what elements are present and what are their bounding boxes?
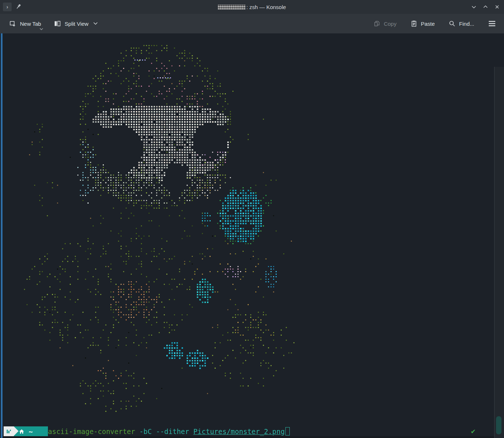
command-part: -bC (139, 427, 152, 435)
home-icon (19, 429, 24, 434)
hamburger-icon (488, 20, 496, 27)
hamburger-menu-button[interactable] (485, 18, 499, 29)
copy-label: Copy (384, 21, 397, 27)
maximize-button[interactable] (482, 4, 489, 10)
powerline-arrow (43, 426, 48, 436)
terminal-cursor (285, 427, 290, 435)
chevron-down-icon[interactable] (40, 28, 43, 30)
command-part: Pictures/monster_2.png (193, 427, 285, 435)
columns-icon (6, 429, 11, 434)
scrollbar-thumb[interactable] (496, 416, 501, 434)
split-view-button[interactable]: Split View (50, 17, 101, 30)
command-part (152, 427, 156, 435)
prompt-os-segment (4, 426, 14, 436)
toolbar: New Tab Split View (0, 14, 504, 34)
command-part (135, 427, 139, 435)
new-tab-button[interactable]: New Tab (6, 17, 44, 30)
scrollbar-track[interactable] (495, 67, 504, 438)
command-part (189, 427, 193, 435)
prompt-dir-label: ~ (29, 427, 33, 435)
titlebar[interactable]: › : zsh — Konsole (0, 0, 504, 14)
paste-button[interactable]: Paste (407, 18, 438, 29)
command-part: --dither (156, 427, 189, 435)
search-icon (448, 20, 456, 27)
chevron-down-icon[interactable] (93, 22, 98, 25)
command-text: ascii-image-converter -bC --dither Pictu… (48, 426, 290, 436)
new-tab-icon (9, 20, 17, 28)
ascii-art-output (0, 33, 504, 438)
window-title: : zsh — Konsole (0, 0, 504, 14)
split-view-label: Split View (65, 21, 89, 27)
new-tab-label: New Tab (20, 21, 41, 27)
powerline-arrow (14, 426, 19, 436)
redacted-host (218, 5, 245, 9)
command-part: ascii-image-converter (48, 427, 135, 435)
paste-label: Paste (421, 21, 435, 27)
exit-status-check: ✔ (471, 428, 476, 435)
copy-button[interactable]: Copy (370, 18, 399, 29)
window-bottom-edge (0, 436, 504, 438)
minimize-button[interactable] (471, 4, 477, 10)
find-button[interactable]: Find... (446, 18, 477, 29)
focus-stripe (1, 33, 3, 438)
terminal-viewport[interactable]: ~ ascii-image-converter -bC --dither Pic… (0, 33, 504, 438)
paste-icon (410, 20, 418, 27)
find-label: Find... (459, 21, 474, 27)
close-button[interactable] (494, 4, 500, 10)
konsole-window: › : zsh — Konsole (0, 0, 504, 438)
copy-icon (373, 20, 381, 27)
split-view-icon (53, 20, 61, 28)
